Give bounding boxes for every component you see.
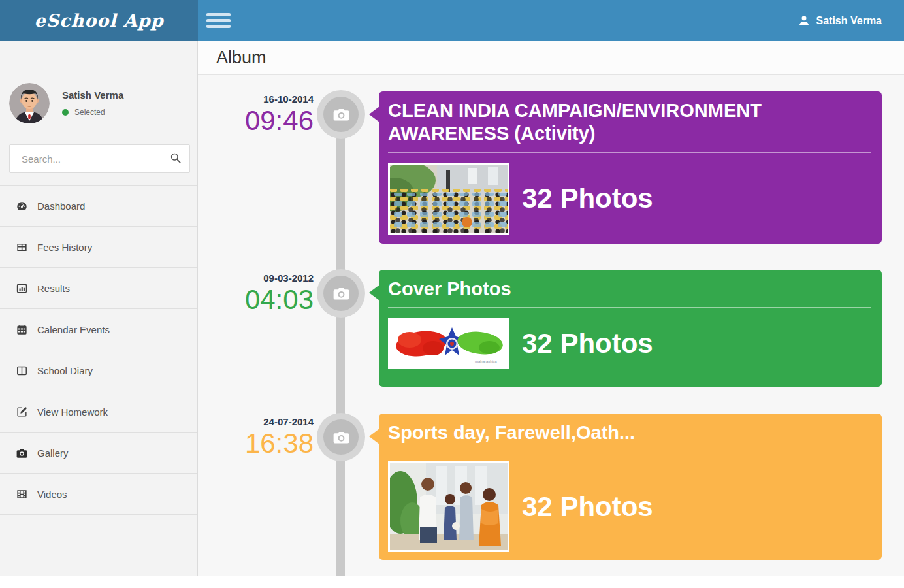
film-icon xyxy=(16,488,28,500)
bottom-strip xyxy=(0,576,904,588)
search-input[interactable] xyxy=(9,144,190,173)
photo-count: 32 Photos xyxy=(522,183,653,214)
magnifier-icon[interactable] xyxy=(164,148,186,170)
album-title: Sports day, Farewell,Oath... xyxy=(388,421,871,444)
sidebar-item-label: Dashboard xyxy=(37,201,85,212)
camera-icon xyxy=(16,447,28,459)
header-user-name: Satish Verma xyxy=(816,15,882,27)
page-title-band: Album xyxy=(198,41,904,75)
album-title: CLEAN INDIA CAMPAIGN/ENVIRONMENT AWARENE… xyxy=(388,99,871,146)
sidebar-item-label: Fees History xyxy=(37,242,92,253)
page: eSchool App Satish Verma xyxy=(0,0,904,588)
person-icon xyxy=(798,14,811,27)
timeline-node xyxy=(317,269,365,318)
card-row: maharashtra 32 Photos xyxy=(388,318,871,369)
dashboard-icon xyxy=(16,200,28,212)
album-date: 16-10-2014 xyxy=(204,93,314,105)
timeline-datetime: 24-07-2014 16:38 xyxy=(204,416,314,458)
sidebar-item-gallery[interactable]: Gallery xyxy=(0,433,197,474)
profile-name: Satish Verma xyxy=(62,90,123,101)
header-bar: Satish Verma xyxy=(198,0,904,41)
status-label: Selected xyxy=(74,108,105,117)
hamburger-bar xyxy=(206,13,231,16)
timeline-node xyxy=(317,90,365,139)
sidebar-item-label: View Homework xyxy=(37,406,108,417)
hamburger-bar xyxy=(206,19,231,22)
chart-icon xyxy=(16,282,28,295)
table-icon xyxy=(16,241,28,253)
sidebar-item-fees-history[interactable]: Fees History xyxy=(0,227,197,268)
app-logo: eSchool App xyxy=(0,0,198,41)
album-time: 16:38 xyxy=(204,429,314,458)
sidebar-item-dashboard[interactable]: Dashboard xyxy=(0,186,197,227)
album-timeline: 16-10-2014 09:46 CLEAN INDIA CAMPAIGN/EN… xyxy=(198,75,904,576)
camera-icon xyxy=(323,276,359,311)
timeline-datetime: 09-03-2012 04:03 xyxy=(204,272,314,314)
main-content: Album 16-10-2014 09:46 CLEAN INDIA CAMPA… xyxy=(198,41,904,576)
album-thumbnail-ceremony xyxy=(388,461,509,552)
calendar-icon xyxy=(16,323,28,336)
sidebar-menu: Dashboard Fees History xyxy=(0,185,197,515)
sidebar-item-label: School Diary xyxy=(37,365,93,376)
avatar xyxy=(9,83,50,123)
album-time: 09:46 xyxy=(204,106,314,135)
profile-section: Satish Verma Selected xyxy=(9,83,123,123)
hamburger-icon[interactable] xyxy=(206,13,231,28)
album-time: 04:03 xyxy=(204,285,314,314)
search-box xyxy=(9,144,190,173)
timeline-datetime: 16-10-2014 09:46 xyxy=(204,93,314,135)
sidebar-item-view-homework[interactable]: View Homework xyxy=(0,391,197,433)
top-header: eSchool App Satish Verma xyxy=(0,0,904,41)
album-title: Cover Photos xyxy=(388,278,871,301)
card-divider xyxy=(388,152,871,153)
status-dot xyxy=(62,109,69,116)
camera-icon xyxy=(323,97,359,132)
svg-text:maharashtra: maharashtra xyxy=(475,359,497,363)
album-date: 09-03-2012 xyxy=(204,272,314,284)
pencil-icon xyxy=(16,406,28,418)
card-arrow xyxy=(369,429,379,444)
card-row: 32 Photos xyxy=(388,461,871,552)
album-card[interactable]: Cover Photos xyxy=(379,270,882,387)
photo-count: 32 Photos xyxy=(522,328,653,359)
photo-count: 32 Photos xyxy=(522,491,653,523)
sidebar-item-label: Videos xyxy=(37,489,67,500)
album-card[interactable]: CLEAN INDIA CAMPAIGN/ENVIRONMENT AWARENE… xyxy=(379,91,882,244)
card-divider xyxy=(388,451,871,451)
album-date: 24-07-2014 xyxy=(204,416,314,427)
book-icon xyxy=(16,365,28,377)
card-arrow xyxy=(369,285,379,301)
profile-status: Selected xyxy=(62,108,123,117)
sidebar-item-results[interactable]: Results xyxy=(0,268,197,309)
sidebar-item-calendar-events[interactable]: Calendar Events xyxy=(0,309,197,350)
album-card[interactable]: Sports day, Farewell,Oath... xyxy=(379,414,882,560)
camera-icon xyxy=(323,419,359,455)
timeline-bar xyxy=(336,114,345,576)
hamburger-bar xyxy=(206,25,231,28)
sidebar-item-school-diary[interactable]: School Diary xyxy=(0,350,197,391)
sidebar-item-label: Results xyxy=(37,283,70,294)
card-arrow xyxy=(369,106,379,122)
card-divider xyxy=(388,307,871,308)
app-logo-text: eSchool App xyxy=(34,10,163,31)
page-title: Album xyxy=(198,41,904,74)
sidebar-item-videos[interactable]: Videos xyxy=(0,474,197,515)
sidebar: Satish Verma Selected xyxy=(0,41,198,576)
timeline-node xyxy=(317,413,365,461)
card-row: 32 Photos xyxy=(388,163,871,235)
album-thumbnail-crowd xyxy=(388,163,509,235)
sidebar-item-label: Calendar Events xyxy=(37,324,110,335)
album-thumbnail-map: maharashtra xyxy=(388,318,509,369)
header-user-menu[interactable]: Satish Verma xyxy=(798,0,882,41)
profile-info: Satish Verma Selected xyxy=(62,83,123,123)
sidebar-item-label: Gallery xyxy=(37,448,69,459)
